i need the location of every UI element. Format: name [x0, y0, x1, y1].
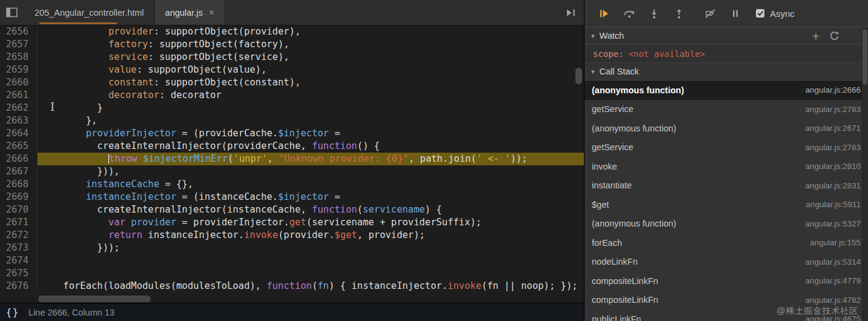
debugger-panel-toggle-button[interactable]	[557, 0, 584, 25]
async-checkbox[interactable]	[756, 9, 764, 18]
call-stack-frame[interactable]: instantiateangular.js:2831	[585, 176, 868, 196]
code-line[interactable]: 2670 createInternalInjector(instanceCach…	[0, 204, 584, 216]
code-line[interactable]: 2674	[0, 254, 584, 267]
frame-source-location[interactable]: angular.js:155	[810, 238, 861, 247]
line-number[interactable]: 2676	[0, 280, 38, 293]
code-text[interactable]: value: supportObject(value),	[38, 64, 584, 76]
code-text[interactable]: createInternalInjector(providerCache, fu…	[38, 140, 584, 153]
code-text[interactable]: },	[38, 114, 584, 127]
code-text[interactable]: createInternalInjector(instanceCache, fu…	[38, 204, 584, 216]
line-number[interactable]: 2660	[0, 76, 38, 89]
code-line[interactable]: 2663 },	[0, 114, 584, 127]
code-line[interactable]: 2664 providerInjector = (providerCache.$…	[0, 127, 584, 140]
watch-expression-row[interactable]: scope: <not available>	[585, 45, 868, 63]
code-line[interactable]: 2665 createInternalInjector(providerCach…	[0, 140, 584, 153]
code-line[interactable]: 2667 })),	[0, 165, 584, 178]
frame-source-location[interactable]: angular.js:2810	[805, 162, 861, 171]
step-into-button[interactable]	[641, 4, 666, 22]
code-line[interactable]: 2672 return instanceInjector.invoke(prov…	[0, 229, 584, 242]
code-text[interactable]: instanceInjector = (instanceCache.$injec…	[38, 191, 584, 204]
code-editor[interactable]: 2656 provider: supportObject(provider),2…	[0, 25, 584, 303]
horizontal-scrollbar-thumb[interactable]	[38, 296, 151, 302]
code-line[interactable]: 2656 provider: supportObject(provider),	[0, 25, 584, 38]
code-text[interactable]: })),	[38, 165, 584, 178]
close-tab-icon[interactable]: ×	[209, 8, 214, 18]
navigator-toggle-button[interactable]	[0, 0, 24, 25]
line-number[interactable]: 2668	[0, 178, 38, 191]
watch-section-header[interactable]: ▾ Watch +	[585, 27, 868, 45]
call-stack-frame[interactable]: getServiceangular.js:2783	[585, 100, 868, 119]
line-number[interactable]: 2663	[0, 114, 38, 127]
resume-button[interactable]	[592, 4, 617, 22]
code-line[interactable]: 2661 decorator: decorator	[0, 89, 584, 102]
line-number[interactable]: 2667	[0, 165, 38, 178]
frame-source-location[interactable]: angular.js:4782	[805, 296, 861, 305]
code-text[interactable]: return instanceInjector.invoke(provider.…	[38, 229, 584, 242]
frame-source-location[interactable]: angular.js:2666	[805, 85, 861, 94]
code-text[interactable]: decorator: decorator	[38, 89, 584, 102]
code-line[interactable]: 2660 constant: supportObject(constant),	[0, 76, 584, 89]
line-number[interactable]: 2661	[0, 89, 38, 102]
code-line[interactable]: 2673 }));	[0, 242, 584, 254]
call-stack-frame[interactable]: (anonymous function)angular.js:2671	[585, 119, 868, 138]
code-line[interactable]: 2676 forEach(loadModules(modulesToLoad),…	[0, 280, 584, 293]
code-line[interactable]: 2659 value: supportObject(value),	[0, 64, 584, 76]
call-stack-frame[interactable]: invokeangular.js:2810	[585, 157, 868, 176]
line-number[interactable]: 2670	[0, 204, 38, 216]
step-over-button[interactable]	[617, 4, 641, 22]
frame-source-location[interactable]: angular.js:2783	[805, 105, 861, 114]
call-stack-frame[interactable]: forEachangular.js:155	[585, 233, 868, 253]
call-stack-frame[interactable]: (anonymous function)angular.js:2666	[585, 81, 868, 100]
line-number[interactable]: 2666	[0, 153, 38, 165]
refresh-watch-button[interactable]	[829, 31, 840, 41]
async-toggle[interactable]: Async	[756, 8, 795, 19]
frame-source-location[interactable]: angular.js:2671	[805, 124, 861, 133]
code-line[interactable]: 2671 var provider = providerInjector.get…	[0, 216, 584, 229]
frame-source-location[interactable]: angular.js:5911	[806, 200, 861, 209]
frame-source-location[interactable]: angular.js:2831	[805, 181, 861, 190]
line-number[interactable]: 2658	[0, 51, 38, 64]
code-text[interactable]: }	[38, 102, 584, 114]
deactivate-breakpoints-button[interactable]	[698, 4, 723, 22]
line-number[interactable]: 2674	[0, 254, 38, 267]
panel-scrollbar[interactable]	[862, 27, 868, 321]
line-number[interactable]: 2656	[0, 25, 38, 38]
line-number[interactable]: 2675	[0, 267, 38, 280]
code-text[interactable]: var provider = providerInjector.get(serv…	[38, 216, 584, 229]
call-stack-frame[interactable]: $getangular.js:5911	[585, 195, 868, 214]
call-stack-section-header[interactable]: ▾ Call Stack	[585, 63, 868, 81]
line-number[interactable]: 2673	[0, 242, 38, 254]
line-number[interactable]: 2664	[0, 127, 38, 140]
line-number[interactable]: 2665	[0, 140, 38, 153]
step-out-button[interactable]	[666, 4, 691, 22]
code-line[interactable]: 2666 throw $injectorMinErr('unpr', "Unkn…	[0, 153, 584, 165]
line-number[interactable]: 2659	[0, 64, 38, 76]
code-text[interactable]: }));	[38, 242, 584, 254]
code-text[interactable]	[38, 267, 584, 280]
code-line[interactable]: 2662 }	[0, 102, 584, 114]
frame-source-location[interactable]: angular.js:5327	[805, 219, 861, 228]
code-text[interactable]: providerInjector = (providerCache.$injec…	[38, 127, 584, 140]
code-text[interactable]: constant: supportObject(constant),	[38, 76, 584, 89]
line-number[interactable]: 2662	[0, 102, 38, 114]
code-line[interactable]: 2669 instanceInjector = (instanceCache.$…	[0, 191, 584, 204]
code-text[interactable]: provider: supportObject(provider),	[38, 25, 584, 38]
pretty-print-button[interactable]: {}	[6, 307, 19, 318]
tab-205-angular-controller-html[interactable]: 205_Angular_controller.html	[24, 0, 155, 25]
tab-angular-js[interactable]: angular.js ×	[155, 0, 225, 25]
frame-source-location[interactable]: angular.js:2783	[805, 143, 861, 152]
code-text[interactable]: forEach(loadModules(modulesToLoad), func…	[38, 280, 584, 293]
pause-on-exceptions-button[interactable]	[723, 4, 747, 22]
code-line[interactable]: 2657 factory: supportObject(factory),	[0, 38, 584, 51]
call-stack-frame[interactable]: getServiceangular.js:2783	[585, 138, 868, 157]
code-text[interactable]: instanceCache = {},	[38, 178, 584, 191]
line-number[interactable]: 2671	[0, 216, 38, 229]
call-stack-frame[interactable]: nodeLinkFnangular.js:5314	[585, 253, 868, 272]
code-line[interactable]: 2675	[0, 267, 584, 280]
frame-source-location[interactable]: angular.js:5314	[805, 257, 861, 266]
code-line[interactable]: 2668 instanceCache = {},	[0, 178, 584, 191]
panel-scrollbar-thumb[interactable]	[863, 29, 867, 85]
add-watch-expression-button[interactable]: +	[812, 30, 820, 42]
call-stack-frame[interactable]: (anonymous function)angular.js:5327	[585, 214, 868, 234]
code-text[interactable]: factory: supportObject(factory),	[38, 38, 584, 51]
